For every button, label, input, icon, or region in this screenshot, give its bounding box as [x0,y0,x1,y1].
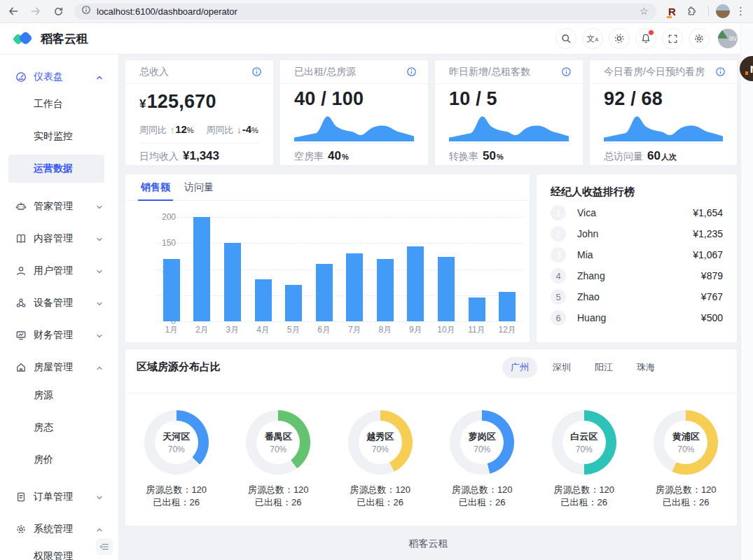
user-avatar[interactable]: av [718,29,738,48]
rented-houses: 已出租：26 [350,496,410,509]
agent-amount: ¥879 [701,270,723,281]
sidebar-item-8[interactable]: 财务管理 [0,319,119,351]
sidebar-item-11[interactable]: 房态 [0,412,119,444]
sidebar-item-1[interactable]: 工作台 [0,88,119,120]
rented-houses: 已出租：26 [248,496,309,509]
tab-visits[interactable]: 访问量 [177,174,221,200]
rented-houses: 已出租：26 [553,496,614,509]
dev-bubble-notch [745,71,748,75]
info-icon[interactable] [406,66,417,77]
sales-chart-panel: 销售额访问量 050100150200 1月2月3月4月5月6月7月8月9月10… [125,174,530,343]
translate-icon[interactable]: 文A [582,28,603,49]
region-title: 区域房源分布占比 [137,360,221,374]
stat-card-total-revenue: 总收入 ¥125,670 周同比 ↑12% 周同比 ↓-4% 日均收入¥1,34… [125,59,274,166]
district-stats: 房源总数：120已出租：26 [452,484,513,509]
sidebar-item-7[interactable]: 设备管理 [0,287,119,319]
card-title: 已出租/总房源 [294,66,356,78]
ranking-row: 3Mia¥1,067 [551,244,723,265]
agent-amount: ¥1,235 [693,228,723,239]
main-content: 总收入 ¥125,670 周同比 ↑12% 周同比 ↓-4% 日均收入¥1,34… [119,55,753,560]
total-houses: 房源总数：120 [452,484,513,496]
sidebar-item-label: 订单管理 [34,491,73,503]
y-tick-label: 200 [148,212,176,222]
finance-icon [15,330,27,341]
forward-icon[interactable] [27,2,45,20]
extensions-puzzle-icon[interactable] [682,2,700,20]
tab-sales[interactable]: 销售额 [134,174,177,200]
bar-4月 [255,279,272,321]
sidebar-subitem-label: 工作台 [34,98,63,111]
dashboard-icon [15,71,27,83]
region-donut-3: 萝岗区70%房源总数：120已出租：26 [431,404,534,509]
sidebar-item-4[interactable]: 管家管理 [0,190,119,223]
sidebar-item-2[interactable]: 实时监控 [0,120,119,153]
bar-chart: 050100150200 [156,217,523,321]
district-percent: 70% [168,444,185,454]
district-percent: 70% [474,444,490,454]
agent-amount: ¥767 [701,291,723,302]
sidebar: 仪表盘工作台实时监控运营数据管家管理内容管理用户管理设备管理财务管理房屋管理房源… [0,55,119,560]
divider [604,143,723,144]
browser-profile-avatar[interactable] [716,4,730,18]
sidebar-item-13[interactable]: 订单管理 [0,481,119,513]
agent-name: Zhao [577,291,600,302]
bookmark-star-icon[interactable]: ☆ [640,6,649,17]
ranking-title: 经纪人收益排行榜 [551,186,635,199]
region-donut-5: 黄浦区70%房源总数：120已出租：26 [635,404,738,509]
app-logo-icon[interactable] [14,29,32,48]
region-tab-2[interactable]: 阳江 [586,357,621,378]
notification-dot [649,30,654,35]
info-icon[interactable] [715,66,726,77]
theme-icon[interactable] [609,28,630,49]
chevron-down-icon [95,331,104,340]
total-houses: 房源总数：120 [248,484,309,496]
divider [125,393,737,393]
rank-badge: 1 [551,205,566,220]
sidebar-item-3[interactable]: 运营数据 [0,153,119,185]
bar-2月 [193,217,210,321]
chevron-down-icon [95,234,104,243]
scrollbar-track [740,23,753,560]
donut-center: 越秀区70% [359,421,402,464]
bar-12月 [499,292,516,321]
x-tick-label: 7月 [339,324,370,336]
x-tick-label: 2月 [187,324,218,336]
sidebar-subitem-label: 实时监控 [34,130,73,143]
info-icon[interactable] [251,66,262,77]
region-tab-0[interactable]: 广州 [502,357,537,378]
sidebar-collapse-icon[interactable] [96,538,113,555]
search-icon[interactable] [555,28,576,49]
fullscreen-icon[interactable] [662,28,683,49]
x-tick-label: 6月 [309,324,340,336]
extension-r-icon[interactable]: R [666,6,677,18]
bar-11月 [469,298,485,321]
site-info-icon[interactable] [81,5,91,18]
chevron-up-icon [95,73,104,81]
gridline [156,270,523,270]
settings-gear-icon[interactable] [689,28,710,49]
info-icon[interactable] [561,66,572,77]
region-tab-1[interactable]: 深圳 [544,357,579,378]
total-houses: 房源总数：120 [553,484,614,496]
browser-toolbar: localhost:6100/dashboard/operator ☆ R ⋮ [0,0,753,23]
sidebar-item-5[interactable]: 内容管理 [0,223,119,255]
browser-window: localhost:6100/dashboard/operator ☆ R ⋮ … [0,0,753,560]
bar-10月 [438,257,455,321]
browser-menu-icon[interactable]: ⋮ [735,5,746,18]
url-text[interactable]: localhost:6100/dashboard/operator [97,6,640,17]
gridline [156,321,523,322]
x-tick-label: 12月 [492,324,523,336]
region-tab-3[interactable]: 珠海 [628,357,663,378]
back-icon[interactable] [4,2,22,20]
reload-icon[interactable] [49,2,67,20]
donut-charts: 天河区70%房源总数：120已出租：26番禺区70%房源总数：120已出租：26… [125,404,737,509]
app-title: 稻客云租 [41,31,88,47]
notification-icon[interactable] [635,28,656,49]
sidebar-item-12[interactable]: 房价 [0,444,119,476]
address-bar[interactable]: localhost:6100/dashboard/operator ☆ [74,4,656,20]
bar-chart-x-axis: 1月2月3月4月5月6月7月8月9月10月11月12月 [156,324,523,336]
sidebar-item-10[interactable]: 房源 [0,379,119,412]
divider [294,143,414,144]
sidebar-item-6[interactable]: 用户管理 [0,255,119,287]
bar-5月 [285,285,302,321]
